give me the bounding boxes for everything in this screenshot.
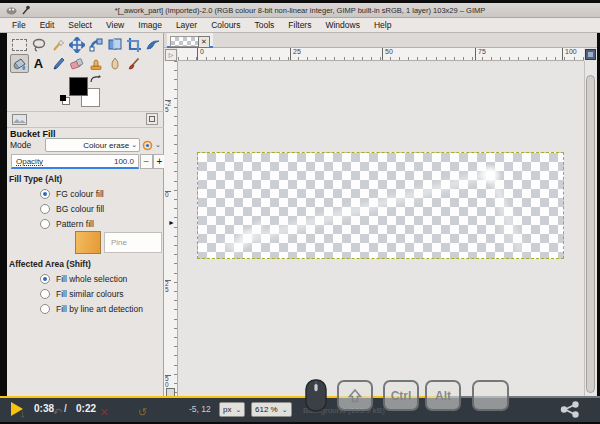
erased-ghost-content	[198, 153, 563, 258]
opacity-slider[interactable]: Opacity 100.0	[11, 154, 139, 169]
paintbrush-tool[interactable]	[124, 54, 143, 73]
default-colors-fg-icon[interactable]	[60, 95, 66, 101]
toolbox-panel: A Bucket Fill Mode Colour erase ⌄	[7, 33, 164, 397]
time-separator: /	[64, 403, 67, 414]
menu-view[interactable]: View	[100, 20, 130, 30]
rectangle-select-tool[interactable]	[10, 35, 29, 54]
window-title: *[_awork_part] (imported)-2.0 (RGB colou…	[0, 6, 600, 15]
fg-color-swatch[interactable]	[69, 77, 88, 96]
swap-colors-icon[interactable]	[89, 74, 101, 85]
affected-whole-label: Fill whole selection	[56, 274, 127, 284]
video-progress-played[interactable]	[0, 396, 448, 398]
image-tab-bar: ✕	[164, 33, 597, 48]
fill-type-pattern[interactable]: Pattern fill	[40, 219, 94, 229]
fill-type-fg[interactable]: FG colour fill	[40, 189, 104, 199]
ruler-pointer-icon: ►	[168, 219, 175, 226]
dock-title-divider	[7, 127, 164, 128]
menu-filters[interactable]: Filters	[282, 20, 317, 30]
menu-colours[interactable]: Colours	[205, 20, 246, 30]
affected-whole-selection[interactable]: Fill whole selection	[40, 274, 127, 284]
vertical-ruler[interactable]: -25 0 25 50 ►	[164, 61, 178, 397]
menu-image[interactable]: Image	[132, 20, 168, 30]
fill-type-fg-label: FG colour fill	[56, 189, 104, 199]
h-ruler-75: 75	[475, 48, 486, 60]
affected-similar-colours[interactable]: Fill similar colours	[40, 289, 124, 299]
mode-combobox[interactable]: Colour erase ⌄	[45, 138, 140, 152]
clone-tool[interactable]	[86, 54, 105, 73]
menu-select[interactable]: Select	[62, 20, 98, 30]
mouse-cast-icon	[303, 379, 329, 412]
menu-tools[interactable]: Tools	[248, 20, 280, 30]
affected-line-art[interactable]: Fill by line art detection	[40, 304, 143, 314]
pattern-swatch[interactable]	[75, 231, 101, 254]
video-duration: 0:22	[76, 403, 96, 414]
crop-icon	[126, 37, 142, 53]
handle-transform-tool[interactable]	[86, 35, 105, 54]
share-icon[interactable]	[559, 401, 581, 418]
mode-value: Colour erase	[83, 141, 129, 150]
fill-type-bg[interactable]: BG colour fill	[40, 204, 104, 214]
radio-icon	[40, 204, 50, 214]
eraser-tool[interactable]	[67, 54, 86, 73]
opacity-label: Opacity	[16, 157, 43, 166]
tool-options-thumb-icon[interactable]	[12, 114, 27, 125]
ghost-delete-icon: ✕	[100, 406, 109, 419]
free-select-tool[interactable]	[29, 35, 48, 54]
opacity-decrease-button[interactable]: −	[140, 154, 153, 169]
horizontal-ruler[interactable]: 0 25 50 75 100	[178, 48, 584, 61]
v-ruler-0: 0	[165, 191, 171, 198]
tool-row-2: A	[10, 54, 143, 73]
menu-windows[interactable]: Windows	[319, 20, 365, 30]
unified-transform-icon	[107, 37, 123, 53]
menu-bar: File Edit Select View Image Layer Colour…	[0, 18, 600, 33]
crop-tool[interactable]	[124, 35, 143, 54]
bucket-fill-tool[interactable]	[10, 54, 29, 73]
image-tab[interactable]: ✕	[167, 33, 213, 48]
ink-tool[interactable]	[48, 54, 67, 73]
ghost-restore-icon: ↶	[53, 406, 62, 419]
affected-area-heading: Affected Area (Shift)	[9, 259, 91, 269]
menu-help[interactable]: Help	[368, 20, 397, 30]
text-tool[interactable]: A	[29, 54, 48, 73]
image-canvas[interactable]	[197, 152, 564, 259]
pattern-name-field[interactable]: Pine	[104, 232, 162, 253]
chevron-down-icon: ⌄	[282, 407, 288, 413]
menu-file[interactable]: File	[6, 20, 32, 30]
empty-key-cast	[472, 380, 509, 411]
paintbrush-icon	[126, 56, 142, 72]
v-ruler-neg25: -25	[165, 100, 171, 113]
menu-edit[interactable]: Edit	[34, 20, 61, 30]
title-bar[interactable]: *[_awork_part] (imported)-2.0 (RGB colou…	[0, 3, 600, 18]
zoom-fit-toggle-icon[interactable]	[585, 49, 596, 60]
vertical-scrollbar-thumb[interactable]	[586, 75, 595, 393]
radio-icon	[40, 219, 50, 229]
clone-stamp-icon	[88, 56, 104, 72]
vertical-scrollbar[interactable]	[584, 61, 596, 397]
unified-transform-tool[interactable]	[105, 35, 124, 54]
move-tool[interactable]	[67, 35, 86, 54]
chevron-down-icon: ⌄	[155, 142, 161, 148]
smudge-tool[interactable]	[105, 54, 124, 73]
toolbox-divider	[7, 111, 164, 112]
mode-group-icon	[142, 140, 153, 151]
alt-key-cast: Alt	[425, 380, 461, 411]
units-dropdown[interactable]: px ⌄	[219, 402, 245, 417]
image-tab-thumbnail	[170, 36, 199, 47]
move-icon	[69, 37, 85, 53]
dock-menu-button[interactable]	[146, 113, 158, 125]
magic-wand-icon	[50, 37, 66, 53]
gimp-window: *[_awork_part] (imported)-2.0 (RGB colou…	[0, 0, 600, 424]
close-icon[interactable]: ✕	[198, 36, 210, 48]
fuzzy-select-tool[interactable]	[48, 35, 67, 54]
mode-switch-button[interactable]: ⌄	[142, 138, 162, 152]
ruler-corner-button[interactable]: ▷	[165, 49, 177, 61]
units-value: px	[223, 405, 231, 414]
play-button[interactable]	[11, 402, 23, 416]
fill-type-pattern-label: Pattern fill	[56, 219, 94, 229]
zoom-dropdown[interactable]: 612 % ⌄	[251, 402, 292, 417]
warp-transform-tool[interactable]	[143, 35, 162, 54]
video-progress-remaining[interactable]	[448, 396, 600, 398]
h-ruler-25: 25	[290, 48, 301, 60]
menu-layer[interactable]: Layer	[170, 20, 203, 30]
affected-similar-label: Fill similar colours	[56, 289, 124, 299]
